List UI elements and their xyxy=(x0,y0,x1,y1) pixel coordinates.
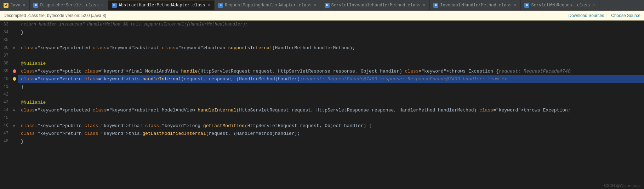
line-number-38: 38 xyxy=(0,59,11,67)
line-number-46: 46 xyxy=(0,122,11,130)
tab-servlet-invocable-close[interactable]: × xyxy=(422,3,426,8)
code-line-38: @Nullable xyxy=(18,59,644,67)
tab-invocable[interactable]: CInvocableHandlerMethod.class× xyxy=(430,0,521,11)
fold-arrow-icon[interactable]: ▶ xyxy=(13,108,16,112)
code-line-48: } xyxy=(18,137,644,145)
line-number-47: 47 xyxy=(0,130,11,137)
info-bar: Decompiled .class file, bytecode version… xyxy=(0,11,644,21)
line-number-34: 34 xyxy=(0,28,11,36)
code-text-46: class="keyword">public class="keyword">f… xyxy=(21,123,372,128)
tab-requestmapping[interactable]: CRequestMappingHandlerAdapter.class× xyxy=(215,0,321,11)
code-text-48: } xyxy=(21,139,24,144)
tab-abstract-icon: C xyxy=(112,3,117,8)
tab-java[interactable]: JJava× xyxy=(0,0,30,11)
tab-bar: JJava×CDispatcherServlet.class×CAbstract… xyxy=(0,0,644,11)
code-line-top: return handler instanceof HandlerMethod … xyxy=(18,21,644,28)
code-area: 33 343536▶3738394041424344▶4546▶4748 ret… xyxy=(0,21,644,189)
breakpoint-icon xyxy=(13,69,16,73)
code-text-36: class="keyword">protected class="keyword… xyxy=(21,45,355,51)
gutter-row-47: 47 xyxy=(0,130,18,137)
tab-servletweb[interactable]: CServletWebRequest.class× xyxy=(521,0,599,11)
tab-servlet-invocable-label: ServletInvocableHandlerMethod.class xyxy=(331,3,421,8)
tab-servletweb-label: ServletWebRequest.class xyxy=(531,3,590,8)
tab-dispatcher-close[interactable]: × xyxy=(101,3,104,8)
download-sources-link[interactable]: Download Sources xyxy=(569,13,604,18)
code-line-42 xyxy=(18,91,644,98)
gutter-row-43: 43 xyxy=(0,98,18,106)
code-line-39: class="keyword">public class="keyword">f… xyxy=(18,67,644,75)
tab-servlet-invocable-icon: C xyxy=(325,3,330,8)
line-marker-44: ▶ xyxy=(11,108,18,112)
line-number-40: 40 xyxy=(0,75,11,83)
tab-java-icon: J xyxy=(4,3,8,8)
watermark: CSDN @Allure · soul xyxy=(604,183,640,188)
line-number-48: 48 xyxy=(0,137,11,145)
tab-requestmapping-close[interactable]: × xyxy=(313,3,317,8)
tab-invocable-close[interactable]: × xyxy=(513,3,517,8)
code-text-40: class="keyword">return class="keyword">t… xyxy=(21,76,303,82)
line-number-36: 36 xyxy=(0,44,11,52)
choose-source-link[interactable]: Choose Source xyxy=(611,13,640,18)
gutter-row-46: 46▶ xyxy=(0,122,18,130)
tab-requestmapping-icon: C xyxy=(218,3,223,8)
code-text-38: @Nullable xyxy=(21,61,46,66)
line-number-41: 41 xyxy=(0,83,11,91)
tab-invocable-icon: C xyxy=(433,3,438,8)
gutter-row-42: 42 xyxy=(0,91,18,98)
gutter-row-40: 40 xyxy=(0,75,18,83)
line-number-42: 42 xyxy=(0,91,11,98)
line-marker-46: ▶ xyxy=(11,124,18,128)
code-line-35 xyxy=(18,36,644,44)
tab-abstract-label: AbstractHandlerMethodAdapter.class xyxy=(119,3,205,8)
tab-requestmapping-label: RequestMappingHandlerAdapter.class xyxy=(225,3,312,8)
line-gutter: 33 343536▶3738394041424344▶4546▶4748 xyxy=(0,21,18,189)
line-number-43: 43 xyxy=(0,98,11,106)
fold-arrow-icon[interactable]: ▶ xyxy=(13,124,16,128)
decompiled-info: Decompiled .class file, bytecode version… xyxy=(4,13,106,18)
line-number-44: 44 xyxy=(0,106,11,114)
tab-servletweb-close[interactable]: × xyxy=(592,3,595,8)
tab-dispatcher-icon: C xyxy=(33,3,38,8)
code-text-44: class="keyword">protected class="keyword… xyxy=(21,108,571,113)
line-marker-40 xyxy=(11,77,18,81)
tab-dispatcher-label: DispatcherServlet.class xyxy=(40,3,99,8)
gutter-row-top: 33 xyxy=(0,21,18,28)
line-marker-36: ▶ xyxy=(11,46,18,50)
tab-java-close[interactable]: × xyxy=(22,3,26,8)
info-bar-actions: Download Sources Choose Source xyxy=(569,13,640,18)
line-number-37: 37 xyxy=(0,52,11,59)
code-line-40: class="keyword">return class="keyword">t… xyxy=(18,75,644,83)
tab-java-label: Java xyxy=(10,3,21,8)
breakpoint-current-icon xyxy=(13,77,16,81)
code-line-44: class="keyword">protected class="keyword… xyxy=(18,106,644,114)
code-line-46: class="keyword">public class="keyword">f… xyxy=(18,122,644,130)
line-number-35: 35 xyxy=(0,36,11,44)
hint-text-39: request: RequestFacade@748 xyxy=(499,69,571,74)
code-content[interactable]: return handler instanceof HandlerMethod … xyxy=(18,21,644,189)
tab-abstract[interactable]: CAbstractHandlerMethodAdapter.class× xyxy=(108,0,215,11)
fold-arrow-icon[interactable]: ▶ xyxy=(13,46,16,50)
gutter-row-34: 34 xyxy=(0,28,18,36)
code-line-43: @Nullable xyxy=(18,98,644,106)
code-line-37 xyxy=(18,52,644,59)
gutter-row-38: 38 xyxy=(0,59,18,67)
code-line-45 xyxy=(18,114,644,122)
line-number-45: 45 xyxy=(0,114,11,122)
code-text-39: class="keyword">public class="keyword">f… xyxy=(21,69,499,74)
gutter-row-41: 41 xyxy=(0,83,18,91)
code-text-43: @Nullable xyxy=(21,100,46,105)
gutter-row-37: 37 xyxy=(0,52,18,59)
tab-abstract-close[interactable]: × xyxy=(207,3,211,8)
code-text-47: class="keyword">return class="keyword">t… xyxy=(21,131,300,136)
code-line-34: } xyxy=(18,28,644,36)
tab-dispatcher[interactable]: CDispatcherServlet.class× xyxy=(30,0,108,11)
tab-servletweb-icon: C xyxy=(524,3,529,8)
line-number-39: 39 xyxy=(0,67,11,75)
tab-invocable-label: InvocableHandlerMethod.class xyxy=(440,3,512,8)
gutter-row-35: 35 xyxy=(0,36,18,44)
gutter-row-48: 48 xyxy=(0,137,18,145)
tab-servlet-invocable[interactable]: CServletInvocableHandlerMethod.class× xyxy=(321,0,430,11)
gutter-row-39: 39 xyxy=(0,67,18,75)
hint-text-40: request: RequestFacade@7489 response: Re… xyxy=(303,76,507,82)
gutter-row-36: 36▶ xyxy=(0,44,18,52)
